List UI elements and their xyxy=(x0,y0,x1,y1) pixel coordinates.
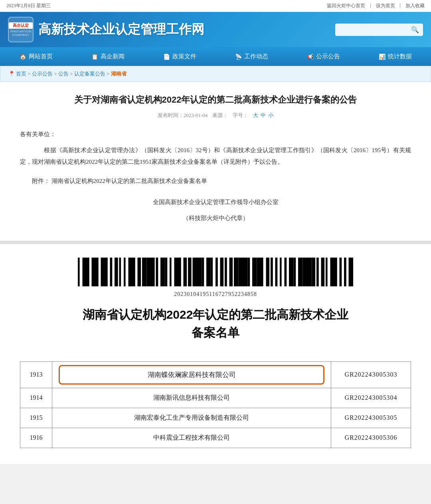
row-number: 1914 xyxy=(20,388,52,408)
svg-rect-59 xyxy=(344,258,346,286)
search-input[interactable] xyxy=(339,27,408,33)
svg-rect-29 xyxy=(206,258,211,286)
search-box[interactable]: 🔍 xyxy=(335,24,423,36)
nav-announcement[interactable]: 📢 公示公告 xyxy=(287,47,359,66)
size-small[interactable]: 小 xyxy=(268,112,273,119)
svg-rect-46 xyxy=(285,258,287,286)
svg-rect-23 xyxy=(179,258,181,286)
svg-rect-9 xyxy=(115,258,118,286)
nav-stats[interactable]: 📊 统计数据 xyxy=(359,47,431,66)
home-icon: 🏠 xyxy=(20,54,26,60)
cert-number: GR202243005304 xyxy=(331,388,411,408)
breadcrumb: 📍 首页 > 公示公告 > 公告 > 认定备案公告 > 湖南省 xyxy=(0,66,431,82)
barcode-doc-title: 湖南省认定机构2022年认定的第二批高新技术企业 备案名单 xyxy=(20,306,411,341)
breadcrumb-announcement[interactable]: 公示公告 xyxy=(32,71,53,77)
doc-title-line2: 备案名单 xyxy=(192,326,239,339)
date-display: 2023年2月8日 星期三 xyxy=(6,2,51,9)
breadcrumb-filing[interactable]: 认定备案公告 xyxy=(74,71,105,77)
svg-rect-10 xyxy=(119,258,121,286)
svg-rect-15 xyxy=(142,258,147,286)
nav-policy-label: 政策文件 xyxy=(172,53,196,60)
svg-rect-40 xyxy=(257,258,262,286)
svg-rect-22 xyxy=(174,258,179,286)
svg-rect-25 xyxy=(188,258,192,286)
svg-rect-24 xyxy=(184,258,187,286)
greeting: 各有关单位： xyxy=(20,129,411,140)
svg-rect-51 xyxy=(307,258,312,286)
company-name: 中科震业工程技术有限公司 xyxy=(52,428,331,448)
nav-home-label: 网站首页 xyxy=(29,53,53,60)
nav-announcement-label: 公示公告 xyxy=(316,53,340,60)
cert-number: GR202243005303 xyxy=(331,361,411,388)
table-row: 1913湖南蝶依斓家居科技有限公司GR202243005303 xyxy=(20,361,411,388)
size-medium[interactable]: 中 xyxy=(261,112,266,119)
news-icon: 📋 xyxy=(91,54,98,60)
svg-rect-18 xyxy=(156,258,158,286)
svg-rect-26 xyxy=(193,258,198,286)
svg-rect-16 xyxy=(147,258,152,286)
body-paragraph: 根据《高新技术企业认定管理办法》（国科发火〔2016〕32号）和《高新技术企业认… xyxy=(20,145,411,167)
search-icon[interactable]: 🔍 xyxy=(411,26,419,34)
logo-top-text: 高企认定 xyxy=(9,22,33,29)
row-number: 1916 xyxy=(20,428,52,448)
svg-rect-38 xyxy=(248,258,250,286)
svg-rect-8 xyxy=(110,258,113,286)
stats-icon: 📊 xyxy=(379,54,386,60)
svg-rect-33 xyxy=(225,258,227,286)
svg-rect-52 xyxy=(312,258,316,286)
svg-rect-6 xyxy=(101,258,106,286)
article-title: 关于对湖南省认定机构2022年认定的第二批高新技术企业进行备案的公告 xyxy=(20,94,411,106)
size-large[interactable]: 大 xyxy=(253,112,258,119)
breadcrumb-home[interactable]: 首页 xyxy=(16,71,26,77)
svg-rect-31 xyxy=(216,258,218,286)
link-favorite[interactable]: 加入收藏 xyxy=(405,2,425,9)
svg-rect-34 xyxy=(229,258,233,286)
table-row: 1914湖南新讯信息科技有限公司GR202243005304 xyxy=(20,388,411,408)
meta-date: 发布时间：2023-01-04 xyxy=(158,112,208,119)
svg-rect-12 xyxy=(129,258,133,286)
org2: （科技部火炬中心代章） xyxy=(20,212,411,224)
svg-rect-39 xyxy=(252,258,257,286)
cert-number: GR202243005305 xyxy=(331,408,411,428)
nav-dynamics[interactable]: 📡 工作动态 xyxy=(216,47,287,66)
svg-rect-45 xyxy=(280,258,282,286)
company-name: 湖南宏泰化工生产专用设备制造有限公司 xyxy=(52,408,331,428)
svg-rect-13 xyxy=(133,258,135,286)
article-body: 各有关单位： 根据《高新技术企业认定管理办法》（国科发火〔2016〕32号）和《… xyxy=(20,129,411,224)
svg-rect-56 xyxy=(330,258,335,286)
attachment-label: 附件： xyxy=(32,178,50,184)
nav-news-label: 高企新闻 xyxy=(101,53,125,60)
svg-rect-54 xyxy=(321,258,325,286)
svg-rect-43 xyxy=(271,258,273,286)
svg-rect-1 xyxy=(78,258,80,286)
link-homepage[interactable]: 设为首页 xyxy=(376,2,395,9)
barcode-number: 20230104195116727952234858 xyxy=(20,291,411,298)
main-nav: 🏠 网站首页 📋 高企新闻 📄 政策文件 📡 工作动态 📢 公示公告 📊 统计数… xyxy=(0,47,431,66)
attachment: 附件： 湖南省认定机构2022年认定的第二批高新技术企业备案名单 xyxy=(20,175,411,187)
main-content: 关于对湖南省认定机构2022年认定的第二批高新技术企业进行备案的公告 发布时间：… xyxy=(0,82,431,241)
nav-news[interactable]: 📋 高企新闻 xyxy=(72,47,144,66)
org1: 全国高新技术企业认定管理工作领导小组办公室 xyxy=(20,196,411,208)
svg-rect-53 xyxy=(316,258,319,286)
logo-area: 高企认定 INNOVATION COMPANY 高新技术企业认定管理工作网 xyxy=(8,17,204,42)
svg-rect-2 xyxy=(83,258,87,286)
svg-rect-3 xyxy=(87,258,89,286)
svg-rect-11 xyxy=(124,258,126,286)
link-home[interactable]: 返回火炬中心首页 xyxy=(327,2,365,9)
svg-rect-7 xyxy=(105,258,108,286)
policy-icon: 📄 xyxy=(163,54,170,60)
breadcrumb-notice[interactable]: 公告 xyxy=(58,71,69,77)
svg-rect-42 xyxy=(266,258,270,286)
meta-size-label: 字号： xyxy=(233,112,248,119)
nav-home[interactable]: 🏠 网站首页 xyxy=(0,47,72,66)
svg-rect-57 xyxy=(335,258,337,286)
svg-rect-27 xyxy=(197,258,202,286)
svg-rect-35 xyxy=(234,258,239,286)
svg-rect-55 xyxy=(326,258,328,286)
svg-rect-50 xyxy=(303,258,308,286)
svg-rect-28 xyxy=(202,258,204,286)
cert-table: 1913湖南蝶依斓家居科技有限公司GR2022430053031914湖南新讯信… xyxy=(20,361,411,448)
svg-rect-58 xyxy=(340,258,342,286)
site-title: 高新技术企业认定管理工作网 xyxy=(38,21,204,38)
nav-policy[interactable]: 📄 政策文件 xyxy=(144,47,216,66)
